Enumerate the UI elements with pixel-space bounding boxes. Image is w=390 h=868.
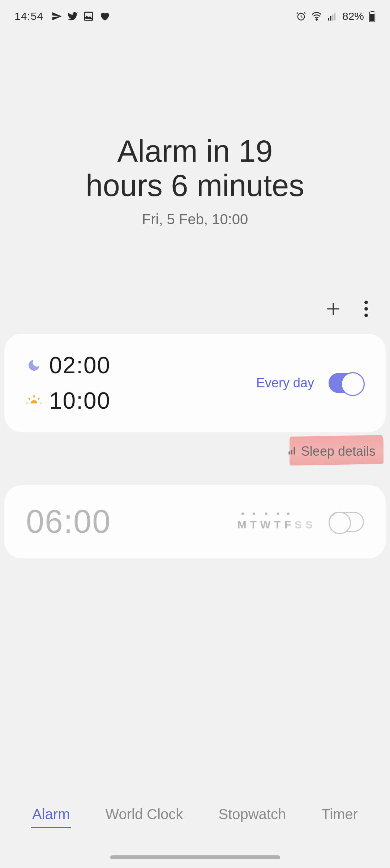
bedtime: 02:00 <box>49 352 111 379</box>
battery-icon <box>369 11 376 22</box>
alarm-time: 06:00 <box>26 503 111 540</box>
day-wed: W <box>260 519 272 531</box>
title-line1: Alarm in 19 <box>0 134 390 168</box>
status-bar: 14:54 82% <box>0 0 390 25</box>
status-left: 14:54 <box>14 10 110 22</box>
day-fri: F <box>284 519 292 531</box>
svg-rect-4 <box>330 16 331 21</box>
sleep-alarm-right: Every day <box>256 373 364 393</box>
alarm-card[interactable]: 06:00 M T W T F S S <box>4 485 386 558</box>
svg-point-2 <box>316 19 317 20</box>
waketime: 10:00 <box>49 387 111 414</box>
tab-world-clock[interactable]: World Clock <box>104 802 185 828</box>
alarm-days: M T W T F S S <box>237 512 314 531</box>
bottom-nav: Alarm World Clock Stopwatch Timer <box>0 802 390 828</box>
day-thu: T <box>274 519 282 531</box>
title-line2: hours 6 minutes <box>0 168 390 203</box>
page-title: Alarm in 19 hours 6 minutes <box>0 134 390 203</box>
sleep-alarm-card[interactable]: 02:00 10:00 Every day <box>4 334 386 432</box>
bedtime-row: 02:00 <box>26 352 111 379</box>
day-sun: S <box>305 519 314 531</box>
svg-rect-6 <box>334 13 336 21</box>
alarm-toggle[interactable] <box>329 512 364 532</box>
gesture-bar[interactable] <box>110 855 280 859</box>
add-alarm-button[interactable] <box>324 300 342 319</box>
sleep-times: 02:00 10:00 <box>26 352 111 414</box>
signal-icon <box>327 11 337 21</box>
tab-alarm[interactable]: Alarm <box>31 802 71 828</box>
header: Alarm in 19 hours 6 minutes Fri, 5 Feb, … <box>0 134 390 227</box>
tab-timer[interactable]: Timer <box>320 802 359 828</box>
more-options-button[interactable] <box>364 300 368 319</box>
svg-rect-16 <box>291 450 292 455</box>
svg-point-12 <box>364 314 368 318</box>
svg-point-11 <box>364 307 368 311</box>
status-right: 82% <box>296 10 376 22</box>
sleep-details-label: Sleep details <box>301 444 376 459</box>
telegram-icon <box>51 11 62 22</box>
svg-rect-17 <box>293 447 295 455</box>
tab-stopwatch[interactable]: Stopwatch <box>217 802 287 828</box>
page-subtitle: Fri, 5 Feb, 10:00 <box>0 211 390 227</box>
twitter-icon <box>67 11 78 22</box>
action-row <box>0 300 390 319</box>
alarm-right: M T W T F S S <box>237 512 364 532</box>
waketime-row: 10:00 <box>26 387 111 414</box>
sleep-alarm-toggle[interactable] <box>329 373 364 393</box>
svg-rect-3 <box>328 18 329 21</box>
sun-icon <box>26 393 42 409</box>
repeat-label: Every day <box>256 375 314 391</box>
moon-icon <box>26 357 42 373</box>
status-time: 14:54 <box>14 10 43 22</box>
svg-rect-15 <box>288 452 290 455</box>
day-sat: S <box>295 519 303 531</box>
day-mon: M <box>237 519 248 531</box>
day-tue: T <box>250 519 258 531</box>
image-icon <box>83 11 94 22</box>
bar-chart-icon <box>287 444 297 459</box>
svg-rect-9 <box>370 14 375 21</box>
svg-rect-14 <box>26 404 42 409</box>
sleep-details-link[interactable]: Sleep details <box>0 432 390 471</box>
svg-point-10 <box>364 301 368 305</box>
svg-rect-5 <box>332 14 334 20</box>
wifi-icon <box>311 11 322 22</box>
battery-percent: 82% <box>342 10 364 22</box>
heart-icon <box>99 11 110 22</box>
alarm-status-icon <box>296 11 306 21</box>
